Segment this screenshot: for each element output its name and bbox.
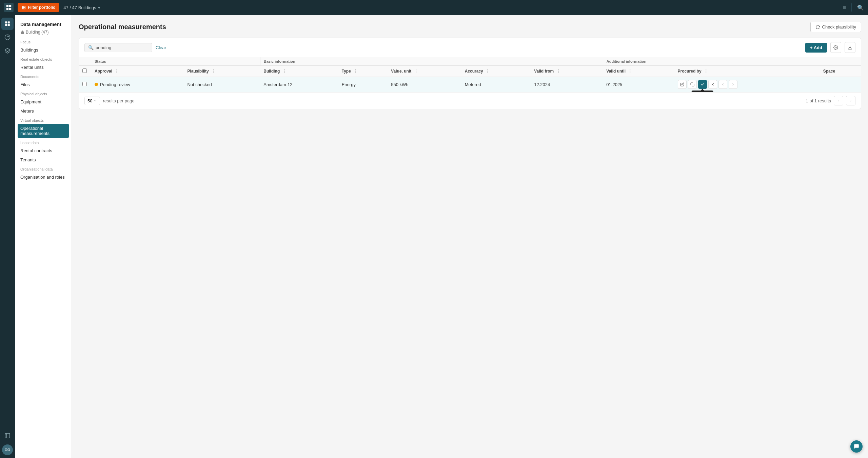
- svg-rect-11: [21, 32, 24, 34]
- plausibility-value: Not checked: [187, 82, 212, 87]
- nav-section-lease: Lease data: [15, 138, 72, 146]
- nav-item-files[interactable]: Files: [15, 80, 72, 89]
- search-icon: 🔍: [88, 45, 94, 50]
- data-table: Status Basic information Additional info…: [79, 57, 861, 92]
- row-value-unit-cell: 550 kWh: [388, 77, 461, 92]
- nav-section-physical: Physical objects: [15, 89, 72, 97]
- nav-item-rental-units[interactable]: Rental units: [15, 63, 72, 72]
- search-icon[interactable]: 🔍: [857, 4, 864, 11]
- topbar: Filter portfolio 47 / 47 Buildings ▾ ≡ 🔍: [0, 0, 868, 15]
- sidebar-nav-expand[interactable]: [1, 430, 14, 442]
- notification-icon[interactable]: ≡: [843, 4, 846, 11]
- col-group-additional: Additional information: [603, 57, 861, 66]
- nav-item-equipment[interactable]: Equipment: [15, 97, 72, 106]
- refresh-icon: [815, 25, 820, 29]
- nav-subtitle: Building (47): [15, 30, 72, 37]
- nav-item-rental-contracts[interactable]: Rental contracts: [15, 146, 72, 155]
- svg-rect-1: [9, 5, 11, 7]
- col-divider[interactable]: ⋮: [486, 69, 490, 74]
- nav-item-operational-measurements[interactable]: Operational measurements: [18, 124, 69, 138]
- delete-button[interactable]: [708, 80, 717, 89]
- col-valid-from: Valid from ⋮: [531, 66, 603, 77]
- col-building: Building ⋮: [260, 66, 338, 77]
- svg-rect-5: [8, 21, 10, 23]
- chat-button[interactable]: [850, 440, 863, 453]
- col-divider[interactable]: ⋮: [211, 69, 215, 74]
- svg-rect-10: [5, 433, 10, 438]
- search-box: 🔍 pending: [84, 43, 152, 52]
- nav-item-meters[interactable]: Meters: [15, 106, 72, 116]
- col-divider[interactable]: ⋮: [353, 69, 357, 74]
- sidebar-nav-data[interactable]: [1, 18, 14, 30]
- col-divider[interactable]: ⋮: [704, 69, 708, 74]
- nav-item-buildings[interactable]: Buildings: [15, 45, 72, 55]
- nav-item-organisation-roles[interactable]: Organisation and roles: [15, 173, 72, 182]
- col-plausibility: Plausibility ⋮: [184, 66, 260, 77]
- approve-tooltip: Approve: [691, 91, 713, 92]
- export-icon-button[interactable]: [845, 42, 855, 53]
- column-header-row: Approval ⋮ Plausibility ⋮ Building ⋮ Typ…: [79, 66, 861, 77]
- select-all-checkbox[interactable]: [79, 66, 91, 77]
- app-logo: [4, 3, 14, 12]
- clear-filter-button[interactable]: Clear: [156, 45, 166, 50]
- row-valid-until-cell: 01.2025: [603, 77, 674, 92]
- chevron-right-icon: [849, 99, 852, 102]
- gear-icon: [833, 45, 838, 50]
- select-all-input[interactable]: [82, 68, 87, 73]
- col-space: Space: [820, 66, 861, 77]
- row-checkbox[interactable]: [82, 82, 87, 86]
- svg-rect-6: [5, 24, 7, 26]
- next-page-button[interactable]: [846, 96, 855, 105]
- nav-item-tenants[interactable]: Tenants: [15, 155, 72, 164]
- row-plausibility-cell: Not checked: [184, 77, 260, 92]
- prev-record-button[interactable]: [718, 80, 727, 89]
- accuracy-value: Metered: [465, 82, 481, 87]
- col-accuracy: Accuracy ⋮: [461, 66, 531, 77]
- edit-button[interactable]: [678, 80, 687, 89]
- check-plausibility-button[interactable]: Check plausibility: [810, 22, 861, 32]
- sidebar-nav-layers[interactable]: [1, 45, 14, 57]
- row-building-cell: Amsterdam-12: [260, 77, 338, 92]
- copy-button[interactable]: [688, 80, 697, 89]
- chevron-down-icon[interactable]: ▾: [98, 5, 100, 10]
- nav-section-virtual: Virtual objects: [15, 116, 72, 124]
- sidebar-nav-chart[interactable]: [1, 31, 14, 43]
- approve-button[interactable]: Approve: [698, 80, 707, 89]
- per-page-select[interactable]: 50: [84, 97, 100, 105]
- next-record-button[interactable]: [729, 80, 737, 89]
- settings-icon-button[interactable]: [830, 42, 841, 53]
- row-type-cell: Energy: [338, 77, 388, 92]
- col-group-basic: Basic information: [260, 57, 603, 66]
- col-divider[interactable]: ⋮: [282, 69, 287, 74]
- nav-sidebar: Data management Building (47) Focus Buil…: [15, 15, 72, 458]
- building-count: 47 / 47 Buildings ▾: [63, 5, 100, 10]
- chevron-left-icon: [721, 83, 725, 86]
- svg-rect-3: [9, 8, 11, 10]
- prev-page-button[interactable]: [834, 96, 843, 105]
- action-buttons: Approve: [678, 80, 816, 89]
- row-space-cell: [820, 77, 861, 92]
- col-divider[interactable]: ⋮: [115, 69, 119, 74]
- add-button[interactable]: + Add: [805, 43, 827, 53]
- col-divider[interactable]: ⋮: [556, 69, 560, 74]
- row-checkbox-cell[interactable]: [79, 77, 91, 92]
- data-card: 🔍 pending Clear + Add Status Basic info: [79, 38, 861, 109]
- divider: [851, 3, 852, 12]
- table-toolbar: 🔍 pending Clear + Add: [79, 38, 861, 57]
- chat-icon: [853, 443, 860, 450]
- col-divider[interactable]: ⋮: [628, 69, 632, 74]
- filter-portfolio-button[interactable]: Filter portfolio: [18, 3, 59, 12]
- valid-until-value: 01.2025: [606, 82, 622, 87]
- svg-rect-0: [6, 5, 8, 7]
- col-approval: Approval ⋮: [91, 66, 184, 77]
- nav-section-organisational: Organisational data: [15, 164, 72, 173]
- table-container: Status Basic information Additional info…: [79, 57, 861, 92]
- col-divider[interactable]: ⋮: [414, 69, 418, 74]
- col-type: Type ⋮: [338, 66, 388, 77]
- download-icon: [848, 45, 852, 50]
- column-group-header-row: Status Basic information Additional info…: [79, 57, 861, 66]
- col-group-status: Status: [91, 57, 260, 66]
- user-avatar[interactable]: OO: [2, 444, 13, 455]
- svg-rect-7: [8, 24, 10, 26]
- table-footer: 50 results per page 1 of 1 results: [79, 92, 861, 109]
